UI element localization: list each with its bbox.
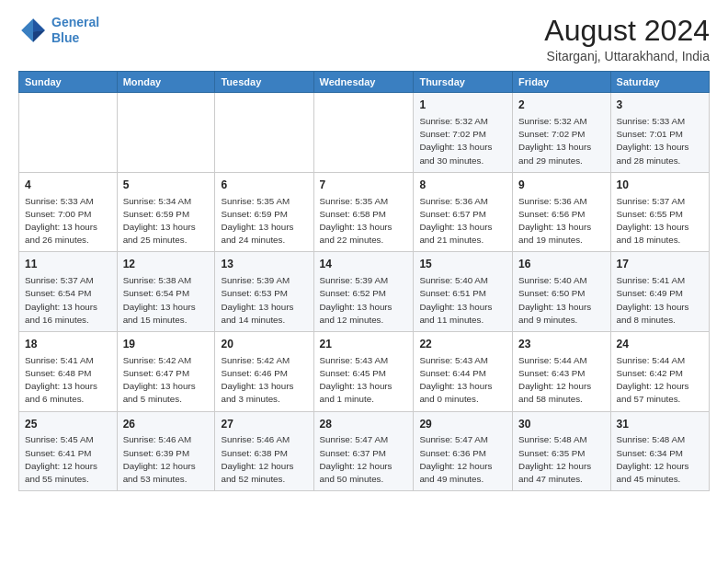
calendar-cell: 19Sunrise: 5:42 AM Sunset: 6:47 PM Dayli… [117, 332, 215, 412]
calendar-cell: 27Sunrise: 5:46 AM Sunset: 6:38 PM Dayli… [215, 411, 313, 491]
day-number: 14 [320, 257, 408, 272]
day-number: 31 [617, 417, 703, 432]
logo-icon [18, 16, 48, 45]
calendar-cell: 28Sunrise: 5:47 AM Sunset: 6:37 PM Dayli… [313, 411, 414, 491]
day-number: 27 [221, 417, 307, 432]
calendar-cell [117, 93, 215, 173]
day-number: 26 [123, 417, 210, 432]
calendar-week-2: 4Sunrise: 5:33 AM Sunset: 7:00 PM Daylig… [19, 172, 710, 252]
day-number: 7 [320, 178, 408, 193]
day-header-saturday: Saturday [610, 72, 709, 93]
day-number: 18 [25, 337, 111, 352]
calendar-cell: 8Sunrise: 5:36 AM Sunset: 6:57 PM Daylig… [414, 172, 513, 252]
calendar-cell [215, 93, 313, 173]
day-info: Sunrise: 5:46 AM Sunset: 6:39 PM Dayligh… [123, 433, 210, 486]
day-info: Sunrise: 5:44 AM Sunset: 6:43 PM Dayligh… [518, 354, 604, 407]
day-header-wednesday: Wednesday [313, 72, 414, 93]
calendar-cell: 17Sunrise: 5:41 AM Sunset: 6:49 PM Dayli… [610, 252, 709, 332]
day-info: Sunrise: 5:32 AM Sunset: 7:02 PM Dayligh… [419, 115, 506, 167]
title-block: August 2024 Sitarganj, Uttarakhand, Indi… [544, 15, 710, 63]
calendar-week-4: 18Sunrise: 5:41 AM Sunset: 6:48 PM Dayli… [19, 332, 710, 412]
day-info: Sunrise: 5:42 AM Sunset: 6:46 PM Dayligh… [221, 354, 307, 407]
calendar-cell: 3Sunrise: 5:33 AM Sunset: 7:01 PM Daylig… [610, 93, 709, 173]
day-info: Sunrise: 5:37 AM Sunset: 6:54 PM Dayligh… [25, 274, 111, 327]
day-info: Sunrise: 5:37 AM Sunset: 6:55 PM Dayligh… [617, 195, 703, 247]
svg-marker-1 [33, 18, 45, 31]
day-header-tuesday: Tuesday [215, 72, 313, 93]
calendar-cell: 1Sunrise: 5:32 AM Sunset: 7:02 PM Daylig… [414, 93, 513, 173]
logo: General Blue [18, 15, 99, 46]
day-header-friday: Friday [513, 72, 610, 93]
day-info: Sunrise: 5:46 AM Sunset: 6:38 PM Dayligh… [221, 433, 307, 486]
day-info: Sunrise: 5:35 AM Sunset: 6:59 PM Dayligh… [221, 195, 307, 247]
day-number: 2 [518, 98, 604, 113]
day-info: Sunrise: 5:41 AM Sunset: 6:48 PM Dayligh… [25, 354, 111, 407]
day-number: 11 [25, 257, 111, 272]
calendar-table: SundayMondayTuesdayWednesdayThursdayFrid… [18, 71, 710, 491]
calendar-cell: 23Sunrise: 5:44 AM Sunset: 6:43 PM Dayli… [513, 332, 610, 412]
day-info: Sunrise: 5:36 AM Sunset: 6:56 PM Dayligh… [518, 195, 604, 247]
calendar-cell: 10Sunrise: 5:37 AM Sunset: 6:55 PM Dayli… [610, 172, 709, 252]
calendar-cell: 13Sunrise: 5:39 AM Sunset: 6:53 PM Dayli… [215, 252, 313, 332]
day-info: Sunrise: 5:44 AM Sunset: 6:42 PM Dayligh… [617, 354, 703, 407]
day-info: Sunrise: 5:47 AM Sunset: 6:36 PM Dayligh… [419, 433, 506, 486]
day-info: Sunrise: 5:40 AM Sunset: 6:50 PM Dayligh… [518, 274, 604, 327]
calendar-cell: 20Sunrise: 5:42 AM Sunset: 6:46 PM Dayli… [215, 332, 313, 412]
day-header-monday: Monday [117, 72, 215, 93]
day-number: 29 [419, 417, 506, 432]
calendar-cell: 31Sunrise: 5:48 AM Sunset: 6:34 PM Dayli… [610, 411, 709, 491]
svg-marker-2 [33, 30, 45, 42]
day-number: 22 [419, 337, 506, 352]
day-number: 8 [419, 178, 506, 193]
calendar-cell: 18Sunrise: 5:41 AM Sunset: 6:48 PM Dayli… [19, 332, 118, 412]
calendar-cell: 15Sunrise: 5:40 AM Sunset: 6:51 PM Dayli… [414, 252, 513, 332]
calendar-cell: 11Sunrise: 5:37 AM Sunset: 6:54 PM Dayli… [19, 252, 118, 332]
day-number: 16 [518, 257, 604, 272]
calendar-cell: 24Sunrise: 5:44 AM Sunset: 6:42 PM Dayli… [610, 332, 709, 412]
day-info: Sunrise: 5:36 AM Sunset: 6:57 PM Dayligh… [419, 195, 506, 247]
day-number: 4 [25, 178, 111, 193]
calendar-cell [313, 93, 414, 173]
day-number: 9 [518, 178, 604, 193]
day-info: Sunrise: 5:42 AM Sunset: 6:47 PM Dayligh… [123, 354, 210, 407]
header: General Blue August 2024 Sitarganj, Utta… [18, 15, 710, 63]
day-header-thursday: Thursday [414, 72, 513, 93]
day-number: 24 [617, 337, 703, 352]
day-number: 28 [320, 417, 408, 432]
day-info: Sunrise: 5:33 AM Sunset: 7:01 PM Dayligh… [617, 115, 703, 167]
day-info: Sunrise: 5:39 AM Sunset: 6:52 PM Dayligh… [320, 274, 408, 327]
calendar-week-3: 11Sunrise: 5:37 AM Sunset: 6:54 PM Dayli… [19, 252, 710, 332]
calendar-cell: 7Sunrise: 5:35 AM Sunset: 6:58 PM Daylig… [313, 172, 414, 252]
month-year: August 2024 [544, 15, 710, 47]
day-info: Sunrise: 5:32 AM Sunset: 7:02 PM Dayligh… [518, 115, 604, 167]
day-info: Sunrise: 5:43 AM Sunset: 6:44 PM Dayligh… [419, 354, 506, 407]
calendar-cell: 5Sunrise: 5:34 AM Sunset: 6:59 PM Daylig… [117, 172, 215, 252]
logo-line1: General [51, 15, 99, 29]
day-number: 3 [617, 98, 703, 113]
day-number: 6 [221, 178, 307, 193]
day-number: 12 [123, 257, 210, 272]
location: Sitarganj, Uttarakhand, India [544, 49, 710, 63]
calendar-cell: 4Sunrise: 5:33 AM Sunset: 7:00 PM Daylig… [19, 172, 118, 252]
calendar-cell: 22Sunrise: 5:43 AM Sunset: 6:44 PM Dayli… [414, 332, 513, 412]
day-number: 25 [25, 417, 111, 432]
day-info: Sunrise: 5:33 AM Sunset: 7:00 PM Dayligh… [25, 195, 111, 247]
day-info: Sunrise: 5:35 AM Sunset: 6:58 PM Dayligh… [320, 195, 408, 247]
day-number: 13 [221, 257, 307, 272]
day-number: 23 [518, 337, 604, 352]
logo-line2: Blue [51, 30, 79, 45]
day-info: Sunrise: 5:34 AM Sunset: 6:59 PM Dayligh… [123, 195, 210, 247]
day-info: Sunrise: 5:48 AM Sunset: 6:35 PM Dayligh… [518, 433, 604, 486]
calendar-week-1: 1Sunrise: 5:32 AM Sunset: 7:02 PM Daylig… [19, 93, 710, 173]
calendar-cell: 16Sunrise: 5:40 AM Sunset: 6:50 PM Dayli… [513, 252, 610, 332]
day-info: Sunrise: 5:43 AM Sunset: 6:45 PM Dayligh… [320, 354, 408, 407]
day-info: Sunrise: 5:40 AM Sunset: 6:51 PM Dayligh… [419, 274, 506, 327]
calendar-week-5: 25Sunrise: 5:45 AM Sunset: 6:41 PM Dayli… [19, 411, 710, 491]
day-info: Sunrise: 5:47 AM Sunset: 6:37 PM Dayligh… [320, 433, 408, 486]
calendar-cell: 9Sunrise: 5:36 AM Sunset: 6:56 PM Daylig… [513, 172, 610, 252]
day-number: 17 [617, 257, 703, 272]
day-number: 21 [320, 337, 408, 352]
calendar-cell: 2Sunrise: 5:32 AM Sunset: 7:02 PM Daylig… [513, 93, 610, 173]
day-number: 20 [221, 337, 307, 352]
calendar-cell: 30Sunrise: 5:48 AM Sunset: 6:35 PM Dayli… [513, 411, 610, 491]
